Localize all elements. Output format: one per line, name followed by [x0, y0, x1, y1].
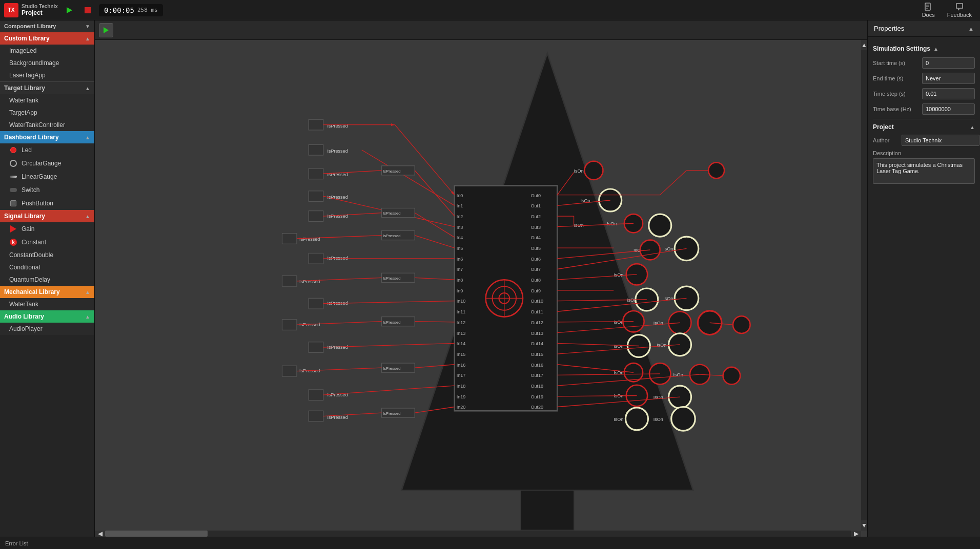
- simulation-settings-section: Simulation Settings ▲: [873, 45, 975, 52]
- svg-text:In0: In0: [457, 193, 463, 198]
- svg-text:Out3: Out3: [531, 225, 541, 230]
- svg-text:Out17: Out17: [531, 373, 544, 378]
- custom-library-items: ImageLed BackgroundImage LaserTagApp: [0, 45, 94, 81]
- start-time-input[interactable]: [922, 57, 975, 69]
- list-item[interactable]: WaterTank: [0, 94, 94, 107]
- svg-text:Out1: Out1: [531, 203, 541, 208]
- switch-label: Switch: [22, 186, 39, 194]
- list-item[interactable]: Switch: [0, 183, 94, 197]
- stop-button[interactable]: [80, 3, 95, 17]
- project-label: Project: [873, 123, 894, 131]
- scroll-down-button[interactable]: ▼: [861, 520, 867, 531]
- svg-rect-80: [282, 234, 297, 244]
- end-time-label: End time (s): [873, 75, 919, 81]
- vertical-scrollbar[interactable]: ▲ ▼: [861, 40, 867, 531]
- gain-label: Gain: [22, 225, 34, 233]
- end-time-input[interactable]: [922, 73, 975, 84]
- scrollbar-track[interactable]: [105, 531, 851, 537]
- component-library-header[interactable]: Component Library ▼: [0, 20, 94, 32]
- svg-text:Out2: Out2: [531, 214, 541, 219]
- time-step-row: Time step (s): [873, 88, 975, 99]
- company-name: Studio Technix: [22, 4, 58, 9]
- divider: [873, 119, 975, 119]
- timer-ms: 258 ms: [137, 7, 158, 13]
- svg-text:IsPressed: IsPressed: [299, 237, 320, 242]
- list-item[interactable]: LinearGauge: [0, 170, 94, 183]
- circulargauge-icon: [9, 159, 17, 167]
- backgroundimage-label: BackgroundImage: [9, 59, 59, 67]
- audio-library-header[interactable]: Audio Library ▲: [0, 310, 94, 323]
- scrollbar-thumb[interactable]: [105, 531, 208, 537]
- svg-text:In14: In14: [457, 341, 466, 346]
- svg-text:In8: In8: [457, 278, 463, 283]
- svg-line-85: [415, 236, 455, 248]
- list-item[interactable]: k Constant: [0, 236, 94, 249]
- custom-library-header[interactable]: Custom Library ▲: [0, 32, 94, 45]
- description-text: This project simulates a Christmas Laser…: [873, 158, 975, 184]
- docs-button[interactable]: Docs: [918, 2, 939, 19]
- list-item[interactable]: PushButton: [0, 197, 94, 210]
- svg-point-190: [723, 367, 741, 385]
- svg-rect-113: [309, 390, 323, 400]
- horizontal-scrollbar[interactable]: ◀ ▶: [95, 531, 861, 537]
- mechanical-library-header[interactable]: Mechanical Library ▲: [0, 286, 94, 298]
- list-item[interactable]: WaterTank: [0, 298, 94, 310]
- dashboard-library-header[interactable]: Dashboard Library ▲: [0, 131, 94, 143]
- author-label: Author: [873, 137, 899, 143]
- description-label: Description: [873, 150, 975, 156]
- svg-rect-107: [282, 366, 297, 376]
- signal-library-header[interactable]: Signal Library ▲: [0, 210, 94, 222]
- timer-value: 0:00:05: [104, 6, 134, 14]
- scroll-right-button[interactable]: ▶: [851, 531, 861, 537]
- sidebar: Component Library ▼ Custom Library ▲ Ima…: [0, 20, 95, 537]
- list-item[interactable]: WaterTankController: [0, 119, 94, 131]
- svg-rect-89: [282, 276, 297, 286]
- lineargauge-icon: [9, 173, 17, 181]
- diagram-canvas[interactable]: In0 In1 In2 In3 In4 In5 In6 In7 In8 In9 …: [95, 40, 867, 537]
- list-item[interactable]: TargetApp: [0, 107, 94, 119]
- svg-text:IsOn: IsOn: [654, 417, 663, 422]
- list-item[interactable]: AudioPlayer: [0, 323, 94, 335]
- canvas-area: In0 In1 In2 In3 In4 In5 In6 In7 In8 In9 …: [95, 20, 867, 537]
- svg-line-70: [415, 171, 455, 216]
- author-input[interactable]: [902, 135, 979, 146]
- play-button[interactable]: [62, 3, 76, 17]
- scrollbar-vertical-track[interactable]: [861, 50, 867, 520]
- svg-text:Out6: Out6: [531, 257, 541, 262]
- svg-rect-1: [85, 7, 91, 13]
- svg-text:Out20: Out20: [531, 405, 544, 410]
- svg-text:Out16: Out16: [531, 363, 544, 368]
- list-item[interactable]: ConstantDouble: [0, 249, 94, 261]
- target-library-header[interactable]: Target Library ▲: [0, 81, 94, 94]
- led-icon: [9, 146, 17, 154]
- feedback-button[interactable]: Feedback: [943, 2, 976, 19]
- list-item[interactable]: ImageLed: [0, 45, 94, 57]
- svg-text:In11: In11: [457, 309, 466, 314]
- svg-rect-104: [309, 342, 323, 353]
- svg-rect-58: [309, 119, 323, 130]
- list-item[interactable]: QuantumDelay: [0, 273, 94, 286]
- properties-title: Properties: [874, 25, 904, 32]
- list-item[interactable]: CircularGauge: [0, 157, 94, 170]
- svg-rect-95: [309, 298, 323, 309]
- dashboard-library-items: Led CircularGauge LinearGauge Switch Pus…: [0, 143, 94, 210]
- scroll-left-button[interactable]: ◀: [95, 531, 105, 537]
- svg-point-145: [698, 311, 722, 335]
- list-item[interactable]: BackgroundImage: [0, 57, 94, 69]
- list-item[interactable]: Gain: [0, 222, 94, 236]
- svg-line-184: [660, 171, 687, 195]
- svg-rect-98: [282, 320, 297, 330]
- target-library-label: Target Library: [4, 85, 45, 92]
- svg-text:IsPressed: IsPressed: [327, 123, 348, 129]
- list-item[interactable]: LaserTagApp: [0, 69, 94, 81]
- scroll-up-button[interactable]: ▲: [861, 40, 867, 50]
- time-base-input[interactable]: [922, 103, 975, 115]
- svg-text:In13: In13: [457, 331, 466, 336]
- canvas-play-button[interactable]: [99, 23, 113, 37]
- svg-text:IsPressed: IsPressed: [383, 169, 400, 174]
- list-item[interactable]: Conditional: [0, 261, 94, 273]
- svg-text:Out10: Out10: [531, 299, 544, 304]
- list-item[interactable]: Led: [0, 143, 94, 157]
- svg-text:IsPressed: IsPressed: [383, 411, 400, 416]
- time-step-input[interactable]: [922, 88, 975, 99]
